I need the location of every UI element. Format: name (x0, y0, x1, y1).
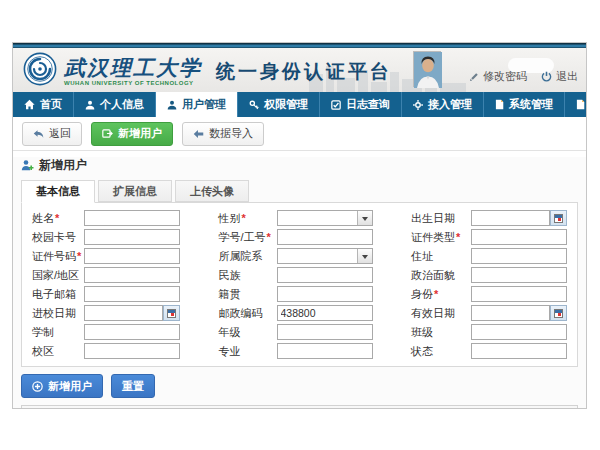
nav-item-personal-info[interactable]: 个人信息 (74, 92, 156, 117)
user-avatar[interactable] (413, 51, 441, 87)
valid-date-calendar-button[interactable] (550, 305, 567, 321)
main-nav: 首页 个人信息 用户管理 权限管理 日志查询 接入管理 系统管理 订阅管理 (13, 92, 586, 117)
nav-item-user-management[interactable]: 用户管理 (156, 92, 238, 117)
education-length-input[interactable] (84, 324, 180, 340)
field-label: 所属院系 (219, 250, 263, 262)
email-input[interactable] (84, 286, 180, 302)
chevron-down-icon (357, 211, 372, 225)
key-icon (249, 100, 259, 110)
address-input[interactable] (471, 248, 567, 264)
entry-date-calendar-button[interactable] (163, 305, 180, 321)
native-place-input[interactable] (277, 286, 373, 302)
university-logo (23, 52, 57, 90)
header: 武汉理工大学 WUHAN UNIVERSITY OF TECHNOLOGY 统一… (13, 48, 586, 92)
platform-title: 统一身份认证平台 (216, 59, 392, 85)
calendar-icon (554, 309, 563, 318)
add-user-icon (102, 128, 113, 139)
country-input[interactable] (84, 267, 180, 283)
form-actions: 新增用户 重置 (21, 374, 578, 398)
field-label: 校园卡号 (32, 231, 76, 243)
new-user-form: 姓名* 性别* 出生日期* 校园卡号* 学号/工号* 证件类型* 证件号码* 所… (21, 202, 578, 367)
tab-upload-avatar[interactable]: 上传头像 (175, 180, 249, 202)
col-department: 所属院系 (331, 407, 530, 409)
submit-add-user-button[interactable]: 新增用户 (21, 374, 103, 398)
postal-code-input[interactable] (277, 305, 373, 321)
plus-circle-icon (32, 381, 43, 392)
major-input[interactable] (277, 343, 373, 359)
import-arrow-icon (193, 129, 204, 139)
birth-date-input[interactable] (471, 210, 550, 226)
tab-bar: 基本信息 扩展信息 上传头像 (21, 180, 578, 202)
name-input[interactable] (84, 210, 180, 226)
field-label: 校区 (32, 345, 54, 357)
back-button[interactable]: 返回 (22, 122, 82, 146)
nav-item-log-query[interactable]: 日志查询 (320, 92, 402, 117)
reset-button[interactable]: 重置 (111, 374, 155, 398)
grade-input[interactable] (277, 324, 373, 340)
pencil-icon (469, 72, 479, 82)
field-label: 电子邮箱 (32, 288, 76, 300)
university-name-en: WUHAN UNIVERSITY OF TECHNOLOGY (64, 80, 202, 86)
back-arrow-icon (33, 129, 44, 139)
ethnicity-input[interactable] (277, 267, 373, 283)
field-label: 年级 (219, 326, 241, 338)
birth-date-calendar-button[interactable] (550, 210, 567, 226)
home-icon (24, 99, 35, 110)
col-gender: 性别 (175, 407, 273, 409)
cert-type-input[interactable] (471, 229, 567, 245)
field-label: 班级 (411, 326, 433, 338)
department-select[interactable] (277, 248, 373, 264)
field-label: 身份 (411, 288, 433, 300)
data-import-button[interactable]: 数据导入 (182, 122, 264, 146)
user-icon (85, 100, 95, 110)
field-label: 学制 (32, 326, 54, 338)
field-label: 民族 (219, 269, 241, 281)
identity-input[interactable] (471, 286, 567, 302)
university-name-cn: 武汉理工大学 (64, 57, 202, 78)
field-label: 专业 (219, 345, 241, 357)
col-identity: 身份 (273, 407, 331, 409)
col-student-id: 学号/工号 (49, 407, 113, 409)
status-input[interactable] (471, 343, 567, 359)
gear-icon (413, 100, 423, 110)
required-mark: * (242, 212, 246, 224)
col-actions: 操作 (530, 407, 572, 409)
valid-date-input[interactable] (471, 305, 550, 321)
logout-link[interactable]: 退出 (541, 69, 578, 84)
user-plus-icon (21, 159, 34, 172)
political-status-input[interactable] (471, 267, 567, 283)
field-label: 籍贯 (219, 288, 241, 300)
cert-number-input[interactable] (84, 248, 180, 264)
nav-item-home[interactable]: 首页 (13, 92, 74, 117)
field-label: 政治面貌 (411, 269, 455, 281)
entry-date-input[interactable] (84, 305, 163, 321)
checklist-icon (331, 100, 341, 110)
field-label: 学号/工号 (219, 231, 266, 243)
required-mark: * (77, 250, 81, 262)
col-name: 姓名 (113, 407, 175, 409)
field-label: 证件类型 (411, 231, 455, 243)
document-icon (495, 99, 504, 110)
tab-extended-info[interactable]: 扩展信息 (98, 180, 172, 202)
nav-item-permission-management[interactable]: 权限管理 (238, 92, 320, 117)
chevron-down-icon (357, 249, 372, 263)
required-mark: * (267, 231, 271, 243)
tab-basic-info[interactable]: 基本信息 (21, 180, 95, 203)
change-password-link[interactable]: 修改密码 (469, 69, 527, 84)
class-input[interactable] (471, 324, 567, 340)
nav-item-subscription-management[interactable]: 订阅管理 (565, 92, 587, 117)
student-id-input[interactable] (277, 229, 373, 245)
power-icon (541, 71, 552, 82)
document-icon (576, 99, 585, 110)
nav-item-access-management[interactable]: 接入管理 (402, 92, 484, 117)
gender-select[interactable] (277, 210, 373, 226)
add-user-toolbar-button[interactable]: 新增用户 (91, 122, 173, 146)
nav-item-system-management[interactable]: 系统管理 (484, 92, 565, 117)
calendar-icon (554, 214, 563, 223)
campus-card-input[interactable] (84, 229, 180, 245)
field-label: 性别 (219, 212, 241, 224)
field-label: 进校日期 (32, 307, 76, 319)
campus-input[interactable] (84, 343, 180, 359)
field-label: 国家/地区 (32, 269, 79, 281)
field-label: 住址 (411, 250, 433, 262)
